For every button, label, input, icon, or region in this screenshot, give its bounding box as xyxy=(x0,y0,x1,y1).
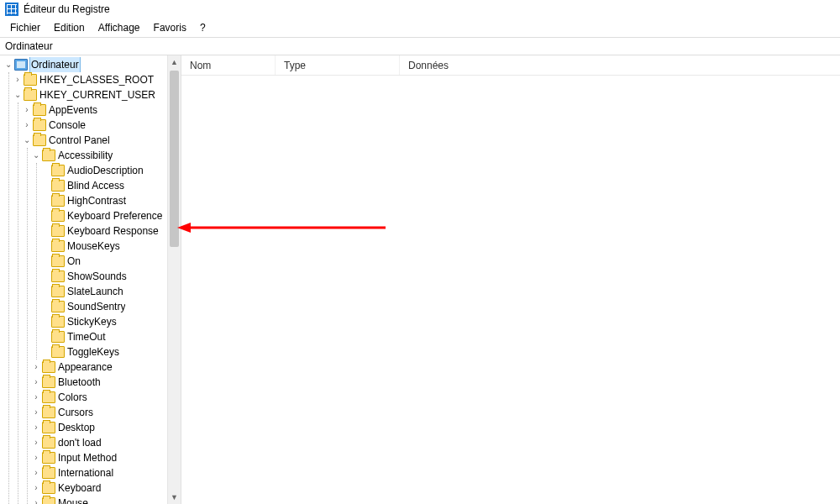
chevron-right-icon[interactable]: › xyxy=(31,496,41,504)
folder-icon xyxy=(51,255,65,267)
folder-icon xyxy=(42,482,55,494)
tree-node-accessibility[interactable]: ⌄ Accessibility xyxy=(31,148,168,163)
folder-icon xyxy=(24,89,37,101)
address-bar[interactable]: Ordinateur xyxy=(0,37,840,55)
tree-node-controlpanel[interactable]: ⌄ Control Panel xyxy=(22,133,168,148)
folder-icon xyxy=(51,195,65,207)
chevron-right-icon[interactable]: › xyxy=(31,480,41,496)
folder-icon xyxy=(51,165,65,176)
workspace: ⌄ Ordinateur › HKEY_CLASSES_ROOT ⌄ HKEY_… xyxy=(0,55,840,504)
folder-icon xyxy=(51,301,65,312)
chevron-right-icon[interactable]: › xyxy=(31,390,41,405)
tree-node-hkcu[interactable]: ⌄ HKEY_CURRENT_USER xyxy=(13,87,168,102)
folder-icon xyxy=(51,180,65,192)
chevron-right-icon[interactable]: › xyxy=(31,420,41,435)
scroll-up-icon[interactable]: ▲ xyxy=(168,55,181,69)
folder-icon xyxy=(42,437,55,449)
scroll-thumb[interactable] xyxy=(170,71,179,247)
tree-node-controlpanel-child[interactable]: ›Keyboard xyxy=(31,480,168,496)
menu-favorites[interactable]: Favoris xyxy=(149,20,192,35)
chevron-right-icon[interactable]: › xyxy=(31,405,41,420)
folder-icon xyxy=(51,286,65,297)
folder-icon xyxy=(51,240,65,252)
folder-icon xyxy=(51,316,65,328)
folder-icon xyxy=(51,210,65,222)
chevron-right-icon[interactable]: › xyxy=(13,72,23,87)
chevron-down-icon[interactable]: ⌄ xyxy=(13,87,23,102)
tree-node-controlpanel-child[interactable]: ›Appearance xyxy=(31,360,168,375)
tree-node-controlpanel-child[interactable]: ›Mouse xyxy=(31,496,168,504)
registry-tree[interactable]: ⌄ Ordinateur › HKEY_CLASSES_ROOT ⌄ HKEY_… xyxy=(0,55,168,504)
folder-icon xyxy=(42,422,55,433)
folder-icon xyxy=(33,134,46,146)
folder-icon xyxy=(42,150,55,161)
scroll-down-icon[interactable]: ▼ xyxy=(168,491,181,504)
column-header-type[interactable]: Type xyxy=(276,55,400,75)
folder-icon xyxy=(42,376,55,388)
tree-node-controlpanel-child[interactable]: ›Cursors xyxy=(31,405,168,420)
chevron-down-icon[interactable]: ⌄ xyxy=(31,148,41,163)
menu-bar: Fichier Edition Affichage Favoris ? xyxy=(0,18,840,37)
window-title: Éditeur du Registre xyxy=(24,3,110,15)
tree-node-accessibility-child[interactable]: TimeOut xyxy=(40,329,168,344)
folder-icon xyxy=(42,467,55,479)
tree-node-computer[interactable]: ⌄ Ordinateur xyxy=(3,57,168,72)
tree-node-controlpanel-child[interactable]: ›Input Method xyxy=(31,450,168,465)
values-pane: Nom Type Données xyxy=(181,55,840,504)
column-header-name[interactable]: Nom xyxy=(181,55,276,75)
regedit-icon xyxy=(5,3,18,16)
chevron-down-icon[interactable]: ⌄ xyxy=(22,133,32,148)
tree-node-accessibility-child[interactable]: AudioDescription xyxy=(40,163,168,178)
chevron-right-icon[interactable]: › xyxy=(31,375,41,390)
tree-node-accessibility-child[interactable]: On xyxy=(40,254,168,269)
tree-pane: ⌄ Ordinateur › HKEY_CLASSES_ROOT ⌄ HKEY_… xyxy=(0,55,181,504)
tree-scrollbar[interactable]: ▲ ▼ xyxy=(167,55,181,504)
tree-node-accessibility-child[interactable]: HighContrast xyxy=(40,193,168,208)
tree-node-appevents[interactable]: › AppEvents xyxy=(22,102,168,118)
tree-node-accessibility-child[interactable]: SoundSentry xyxy=(40,299,168,314)
tree-node-accessibility-child[interactable]: ShowSounds xyxy=(40,269,168,284)
tree-node-controlpanel-child[interactable]: ›Bluetooth xyxy=(31,375,168,390)
folder-icon xyxy=(42,407,55,418)
tree-node-accessibility-child[interactable]: SlateLaunch xyxy=(40,284,168,299)
title-bar: Éditeur du Registre xyxy=(0,0,840,18)
chevron-right-icon[interactable]: › xyxy=(31,465,41,480)
tree-node-hkcr[interactable]: › HKEY_CLASSES_ROOT xyxy=(13,72,168,87)
tree-node-accessibility-child[interactable]: Blind Access xyxy=(40,178,168,193)
folder-icon xyxy=(51,331,65,343)
tree-node-controlpanel-child[interactable]: ›Colors xyxy=(31,390,168,405)
tree-node-accessibility-child[interactable]: StickyKeys xyxy=(40,314,168,329)
folder-icon xyxy=(51,270,65,282)
chevron-right-icon[interactable]: › xyxy=(22,102,32,118)
chevron-right-icon[interactable]: › xyxy=(31,360,41,375)
folder-icon xyxy=(42,452,55,464)
menu-help[interactable]: ? xyxy=(195,20,211,35)
tree-node-accessibility-child[interactable]: Keyboard Preference xyxy=(40,208,168,223)
chevron-right-icon[interactable]: › xyxy=(22,118,32,133)
tree-node-accessibility-child[interactable]: ToggleKeys xyxy=(40,344,168,360)
folder-icon xyxy=(51,225,65,237)
folder-icon xyxy=(42,497,55,504)
list-column-headers: Nom Type Données xyxy=(181,55,840,76)
chevron-right-icon[interactable]: › xyxy=(31,435,41,450)
computer-icon xyxy=(14,59,28,71)
tree-node-controlpanel-child[interactable]: ›don't load xyxy=(31,435,168,450)
folder-icon xyxy=(51,346,65,358)
chevron-down-icon[interactable]: ⌄ xyxy=(3,57,13,72)
folder-icon xyxy=(24,74,37,86)
chevron-right-icon[interactable]: › xyxy=(31,450,41,465)
folder-icon xyxy=(33,104,46,116)
folder-icon xyxy=(33,119,46,131)
tree-node-controlpanel-child[interactable]: ›Desktop xyxy=(31,420,168,435)
tree-node-accessibility-child[interactable]: Keyboard Response xyxy=(40,223,168,239)
column-header-data[interactable]: Données xyxy=(400,55,840,75)
menu-view[interactable]: Affichage xyxy=(93,20,145,35)
folder-icon xyxy=(42,391,55,403)
folder-icon xyxy=(42,361,55,373)
menu-file[interactable]: Fichier xyxy=(5,20,45,35)
tree-node-controlpanel-child[interactable]: ›International xyxy=(31,465,168,480)
menu-edit[interactable]: Edition xyxy=(49,20,90,35)
tree-node-accessibility-child[interactable]: MouseKeys xyxy=(40,239,168,254)
tree-node-console[interactable]: › Console xyxy=(22,118,168,133)
